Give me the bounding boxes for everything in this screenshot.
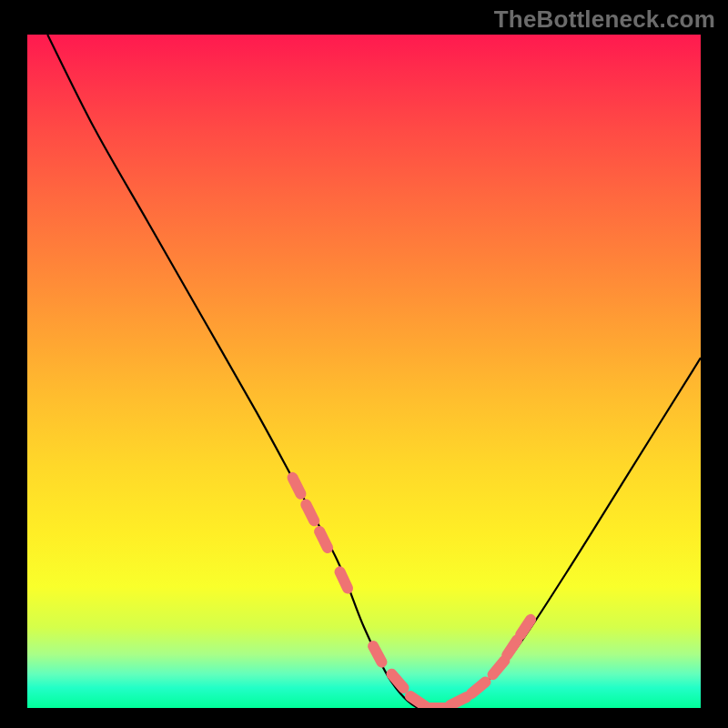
highlight-dot xyxy=(450,697,467,705)
watermark-text: TheBottleneck.com xyxy=(494,5,715,34)
highlight-dot xyxy=(293,478,301,494)
highlight-dot xyxy=(471,682,485,693)
highlight-dot xyxy=(340,571,349,588)
plot-area xyxy=(27,35,701,708)
chart-frame: TheBottleneck.com xyxy=(0,0,728,728)
highlight-dot xyxy=(306,504,314,521)
bottleneck-curve xyxy=(47,35,701,708)
highlight-dot xyxy=(373,646,381,662)
highlight-dot xyxy=(507,640,517,655)
marker-group xyxy=(293,478,531,708)
highlight-dot xyxy=(493,661,505,674)
highlight-dot xyxy=(319,531,328,548)
highlight-dot xyxy=(521,620,531,635)
curve-svg xyxy=(27,35,701,708)
